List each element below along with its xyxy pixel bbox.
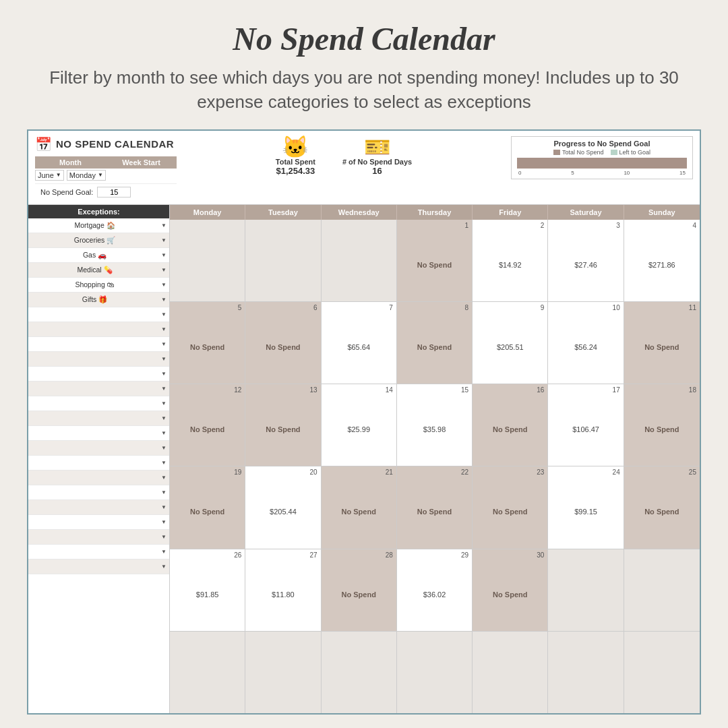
month-select-wrapper[interactable]: June ▼ — [35, 170, 64, 181]
exception-row[interactable]: ▼ — [28, 559, 169, 574]
exception-dropdown-icon[interactable]: ▼ — [161, 222, 169, 229]
exception-row[interactable]: Gifts 🎁▼ — [28, 293, 169, 307]
no-spend-goal-row: No Spend Goal: — [35, 183, 177, 200]
exception-dropdown-icon[interactable]: ▼ — [161, 267, 169, 273]
exception-dropdown-icon[interactable]: ▼ — [161, 311, 169, 317]
exception-row[interactable]: ▼ — [28, 530, 169, 545]
exception-row[interactable]: Medical 💊▼ — [28, 263, 169, 278]
exception-dropdown-icon[interactable]: ▼ — [161, 564, 169, 570]
exception-dropdown-icon[interactable]: ▼ — [161, 504, 169, 510]
exception-row[interactable]: Shopping 🛍▼ — [28, 278, 169, 293]
exception-dropdown-icon[interactable]: ▼ — [161, 489, 169, 495]
exception-dropdown-icon[interactable]: ▼ — [161, 415, 169, 421]
calendar-cell: 22No Spend — [397, 466, 473, 548]
calendar-week-row: 1No Spend2$14.923$27.464$271.86 — [170, 220, 700, 302]
exception-dropdown-icon[interactable]: ▼ — [161, 356, 169, 362]
exception-row[interactable]: ▼ — [28, 382, 169, 396]
total-spent-block: 🐱 Total Spent $1,254.33 — [276, 136, 315, 176]
cell-content: $65.64 — [325, 313, 393, 382]
app-title: NO SPEND CALENDAR — [56, 138, 174, 150]
exception-row[interactable]: ▼ — [28, 471, 169, 485]
exception-dropdown-icon[interactable]: ▼ — [161, 237, 169, 243]
exception-label — [28, 550, 161, 553]
exception-dropdown-icon[interactable]: ▼ — [161, 297, 169, 303]
day-number: 3 — [616, 222, 620, 229]
exception-row[interactable]: Mortgage 🏠▼ — [28, 218, 169, 233]
day-number: 23 — [537, 468, 544, 476]
exception-label: Gas 🚗 — [28, 249, 161, 261]
legend-total: Total No Spend — [553, 149, 604, 156]
exception-label: Shopping 🛍 — [28, 279, 161, 290]
no-spend-text: No Spend — [417, 261, 452, 269]
exception-row[interactable]: ▼ — [28, 411, 169, 426]
exception-dropdown-icon[interactable]: ▼ — [161, 534, 169, 540]
progress-area: Progress to No Spend Goal Total No Spend… — [511, 136, 693, 179]
calendar-cell: 5No Spend — [170, 302, 245, 384]
exception-dropdown-icon[interactable]: ▼ — [161, 326, 169, 332]
day-number: 25 — [689, 468, 696, 476]
cal-header-cell: Thursday — [397, 205, 473, 220]
month-label: Month — [35, 156, 106, 169]
exception-label — [28, 417, 161, 419]
calendar-cell: 24$99.15 — [548, 466, 624, 548]
cal-header-cell: Wednesday — [322, 205, 397, 220]
exception-row[interactable]: ▼ — [28, 426, 169, 441]
week-select-wrapper[interactable]: Monday ▼ — [67, 170, 106, 181]
exception-row[interactable]: Groceries 🛒▼ — [28, 233, 169, 248]
cell-content — [173, 222, 241, 299]
stats-area: 🐱 Total Spent $1,254.33 🎫 # of No Spend … — [183, 136, 504, 176]
exception-dropdown-icon[interactable]: ▼ — [161, 445, 169, 451]
calendar-week-row: 19No Spend20$205.4421No Spend22No Spend2… — [170, 466, 700, 549]
no-spend-days-label: # of No Spend Days — [342, 158, 412, 166]
cell-content: $99.15 — [551, 477, 619, 546]
exception-dropdown-icon[interactable]: ▼ — [161, 386, 169, 392]
exception-dropdown-icon[interactable]: ▼ — [161, 400, 169, 406]
exception-label — [28, 506, 161, 508]
calendar-cell — [548, 632, 624, 713]
exception-row[interactable]: ▼ — [28, 441, 169, 456]
exception-row[interactable]: ▼ — [28, 367, 169, 382]
no-spend-days-value: 16 — [372, 166, 382, 176]
barcode-icon: 🎫 — [364, 136, 391, 158]
no-spend-text: No Spend — [190, 508, 224, 516]
exception-row[interactable]: ▼ — [28, 322, 169, 337]
exception-row[interactable]: Gas 🚗▼ — [28, 248, 169, 263]
exception-dropdown-icon[interactable]: ▼ — [161, 430, 169, 436]
exception-row[interactable]: ▼ — [28, 352, 169, 367]
exception-row[interactable]: ▼ — [28, 545, 169, 559]
month-week-labels: Month Week Start — [35, 156, 177, 169]
cell-content: No Spend — [249, 395, 317, 464]
day-number: 1 — [465, 222, 469, 229]
exception-label: Medical 💊 — [28, 264, 161, 276]
exception-dropdown-icon[interactable]: ▼ — [161, 519, 169, 525]
day-number: 6 — [313, 304, 317, 311]
cell-content: No Spend — [628, 477, 696, 546]
exception-dropdown-icon[interactable]: ▼ — [161, 549, 169, 555]
exception-dropdown-icon[interactable]: ▼ — [161, 460, 169, 466]
exception-dropdown-icon[interactable]: ▼ — [161, 341, 169, 347]
exception-row[interactable]: ▼ — [28, 337, 169, 352]
sidebar: Exceptions: Mortgage 🏠▼Groceries 🛒▼Gas 🚗… — [28, 205, 170, 713]
progress-axis: 0 5 10 15 — [517, 170, 687, 176]
calendar-body: 1No Spend2$14.923$27.464$271.865No Spend… — [170, 220, 700, 713]
exception-dropdown-icon[interactable]: ▼ — [161, 252, 169, 258]
exception-row[interactable]: ▼ — [28, 485, 169, 500]
day-number: 18 — [689, 386, 696, 394]
exception-row[interactable]: ▼ — [28, 396, 169, 411]
day-number: 8 — [465, 304, 469, 311]
calendar-cell: 7$65.64 — [322, 302, 397, 384]
no-spend-text: No Spend — [644, 508, 679, 516]
exception-row[interactable]: ▼ — [28, 500, 169, 515]
exception-label: Groceries 🛒 — [28, 235, 161, 246]
calendar-cell: 4$271.86 — [624, 220, 700, 301]
exception-dropdown-icon[interactable]: ▼ — [161, 475, 169, 481]
calendar-header-row: MondayTuesdayWednesdayThursdayFridaySatu… — [170, 205, 700, 220]
exception-dropdown-icon[interactable]: ▼ — [161, 282, 169, 288]
cal-header-cell: Monday — [170, 205, 245, 220]
exception-row[interactable]: ▼ — [28, 456, 169, 471]
exception-row[interactable]: ▼ — [28, 515, 169, 530]
no-spend-goal-input[interactable] — [97, 187, 131, 198]
exception-row[interactable]: ▼ — [28, 307, 169, 322]
exception-dropdown-icon[interactable]: ▼ — [161, 371, 169, 377]
cell-content: $14.92 — [476, 231, 544, 299]
